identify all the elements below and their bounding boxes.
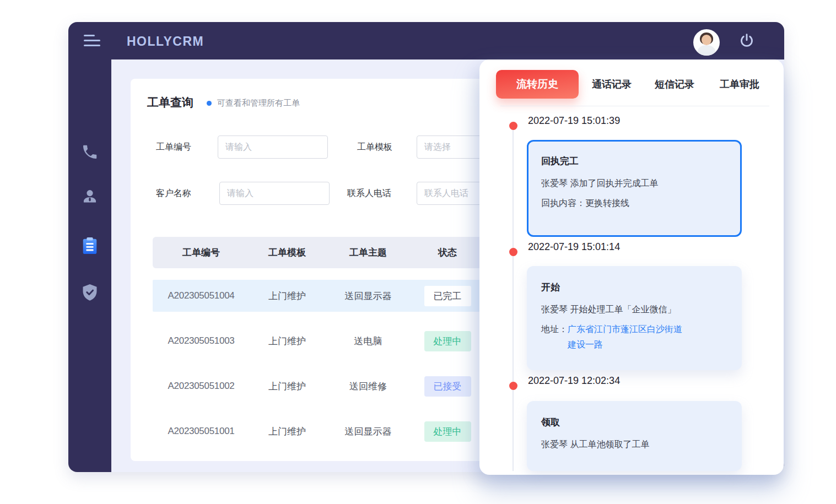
phone-icon <box>81 143 99 161</box>
status-badge: 已完工 <box>424 286 471 306</box>
col-header-status: 状态 <box>412 246 483 259</box>
timeline-timestamp: 2022-07-19 12:02:34 <box>528 375 620 387</box>
timeline-card-line: 张爱琴 添加了回执并完成工单 <box>541 176 727 191</box>
timeline-timestamp: 2022-07-19 15:01:39 <box>528 115 620 127</box>
cell-subject: 送回维修 <box>325 380 412 393</box>
cell-template: 上门维护 <box>250 380 325 393</box>
cell-order-id: A202305051004 <box>153 290 250 301</box>
timeline-dot <box>509 122 517 130</box>
address-link[interactable]: 广东省江门市蓬江区白沙街道建设一路 <box>568 322 684 353</box>
subtitle-dot-icon <box>207 101 212 106</box>
cell-template: 上门维护 <box>250 425 325 438</box>
sidebar <box>68 59 111 472</box>
timeline-card-title: 回执完工 <box>541 155 727 167</box>
tab-call-records[interactable]: 通话记录 <box>585 70 638 99</box>
timeline-card-title: 领取 <box>541 416 727 429</box>
timeline-card-claim: 领取 张爱琴 从工单池领取了工单 <box>527 401 742 471</box>
contacts-icon <box>81 188 99 205</box>
cell-subject: 送回显示器 <box>325 425 412 438</box>
menu-icon[interactable] <box>84 35 101 48</box>
tab-order-approval[interactable]: 工单审批 <box>713 70 766 99</box>
filter-label-template: 工单模板 <box>357 136 392 159</box>
shield-check-icon <box>81 283 99 302</box>
timeline-card-line: 张爱琴 从工单池领取了工单 <box>541 437 727 452</box>
address-label: 地址： <box>541 324 568 334</box>
cell-template: 上门维护 <box>250 335 325 348</box>
cell-template: 上门维护 <box>250 290 325 302</box>
filter-label-order-id: 工单编号 <box>156 136 191 159</box>
col-header-order-id: 工单编号 <box>153 246 250 259</box>
sidebar-item-contacts[interactable] <box>81 188 99 207</box>
page-title: 工单查询 <box>147 95 193 110</box>
timeline-card-title: 开始 <box>541 281 727 294</box>
cell-subject: 送回显示器 <box>325 290 412 302</box>
timeline-line <box>513 126 514 471</box>
timeline-card-address: 地址：广东省江门市蓬江区白沙街道建设一路 <box>541 322 727 353</box>
col-header-template: 工单模板 <box>250 246 325 259</box>
customer-name-input[interactable] <box>219 182 330 205</box>
power-icon[interactable] <box>738 32 755 49</box>
avatar[interactable] <box>693 29 720 56</box>
tab-sms-records[interactable]: 短信记录 <box>648 70 701 99</box>
col-header-subject: 工单主题 <box>325 246 412 259</box>
cell-order-id: A202305051003 <box>153 335 250 346</box>
status-badge: 处理中 <box>424 421 471 442</box>
tabs-divider <box>500 106 769 106</box>
filter-label-phone: 联系人电话 <box>347 182 391 205</box>
card-head: 工单查询 可查看和管理所有工单 <box>147 95 300 110</box>
status-badge: 处理中 <box>424 331 471 351</box>
brand-logo: HOLLYCRM <box>127 34 204 49</box>
timeline-dot <box>509 248 517 256</box>
timeline-card-start: 开始 张爱琴 开始处理工单「企业微信」 地址：广东省江门市蓬江区白沙街道建设一路 <box>527 266 742 370</box>
sidebar-item-work-orders[interactable] <box>81 236 99 255</box>
order-id-input[interactable] <box>218 136 328 159</box>
timeline-dot <box>509 382 517 390</box>
timeline-card-line: 回执内容：更换转接线 <box>541 196 727 211</box>
screenshot-stage: HOLLYCRM <box>0 0 836 504</box>
timeline-card-receipt-complete: 回执完工 张爱琴 添加了回执并完成工单 回执内容：更换转接线 <box>527 140 742 237</box>
detail-panel: 流转历史 通话记录 短信记录 工单审批 2022-07-19 15:01:39 … <box>479 59 784 475</box>
work-orders-icon <box>81 236 99 255</box>
timeline-card-line: 张爱琴 开始处理工单「企业微信」 <box>541 302 727 317</box>
sidebar-item-calls[interactable] <box>81 143 99 162</box>
tab-circulation-history[interactable]: 流转历史 <box>496 70 579 99</box>
page-subtitle: 可查看和管理所有工单 <box>217 97 300 109</box>
cell-subject: 送电脑 <box>325 335 412 348</box>
filter-label-customer: 客户名称 <box>156 182 191 205</box>
cell-order-id: A202305051002 <box>153 381 250 392</box>
timeline-timestamp: 2022-07-19 15:01:14 <box>528 241 620 253</box>
status-badge: 已接受 <box>424 376 471 397</box>
cell-order-id: A202305051001 <box>153 426 250 437</box>
app-header: HOLLYCRM <box>68 22 784 59</box>
sidebar-item-security[interactable] <box>81 283 99 302</box>
